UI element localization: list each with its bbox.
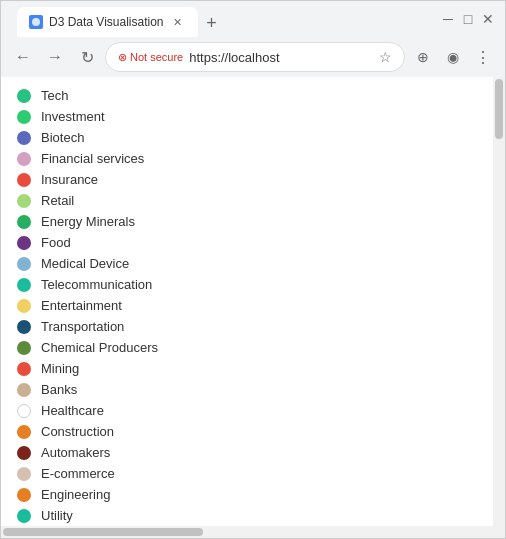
maximize-button[interactable]: □ bbox=[459, 10, 477, 28]
industry-color-dot bbox=[17, 383, 31, 397]
list-item: Engineering bbox=[1, 484, 493, 505]
security-warning: ⊗ Not secure bbox=[118, 51, 183, 64]
industry-color-dot bbox=[17, 509, 31, 523]
industry-color-dot bbox=[17, 320, 31, 334]
industry-color-dot bbox=[17, 257, 31, 271]
window-controls: ─ □ ✕ bbox=[439, 10, 497, 28]
industry-color-dot bbox=[17, 467, 31, 481]
list-item: Energy Minerals bbox=[1, 211, 493, 232]
list-item: Biotech bbox=[1, 127, 493, 148]
industry-color-dot bbox=[17, 425, 31, 439]
industry-color-dot bbox=[17, 131, 31, 145]
industry-color-dot bbox=[17, 194, 31, 208]
list-item: Chemical Producers bbox=[1, 337, 493, 358]
browser-actions: ⊕ ◉ ⋮ bbox=[409, 43, 497, 71]
industry-color-dot bbox=[17, 236, 31, 250]
extensions-icon[interactable]: ⊕ bbox=[409, 43, 437, 71]
tab-favicon bbox=[29, 15, 43, 29]
list-item: Healthcare bbox=[1, 400, 493, 421]
list-item: Retail bbox=[1, 190, 493, 211]
industry-color-dot bbox=[17, 173, 31, 187]
list-item: Automakers bbox=[1, 442, 493, 463]
industry-color-dot bbox=[17, 110, 31, 124]
industry-name: Engineering bbox=[41, 487, 110, 502]
list-item: Food bbox=[1, 232, 493, 253]
industry-name: E-commerce bbox=[41, 466, 115, 481]
reload-icon: ↻ bbox=[81, 48, 94, 67]
list-item: Insurance bbox=[1, 169, 493, 190]
menu-icon: ⋮ bbox=[475, 48, 491, 67]
industry-name: Energy Minerals bbox=[41, 214, 135, 229]
industry-name: Food bbox=[41, 235, 71, 250]
minimize-button[interactable]: ─ bbox=[439, 10, 457, 28]
warning-icon: ⊗ bbox=[118, 51, 127, 64]
menu-button[interactable]: ⋮ bbox=[469, 43, 497, 71]
list-item: Entertainment bbox=[1, 295, 493, 316]
list-item: Telecommunication bbox=[1, 274, 493, 295]
list-item: Financial services bbox=[1, 148, 493, 169]
industry-name: Mining bbox=[41, 361, 79, 376]
industry-name: Automakers bbox=[41, 445, 110, 460]
svg-point-0 bbox=[32, 18, 40, 26]
page-content: TechInvestmentBiotechFinancial servicesI… bbox=[1, 77, 505, 526]
content-area: TechInvestmentBiotechFinancial servicesI… bbox=[1, 77, 493, 526]
industry-name: Utility bbox=[41, 508, 73, 523]
back-icon: ← bbox=[15, 48, 31, 66]
industry-color-dot bbox=[17, 341, 31, 355]
horizontal-scrollbar[interactable] bbox=[1, 526, 505, 538]
industry-name: Chemical Producers bbox=[41, 340, 158, 355]
list-item: Banks bbox=[1, 379, 493, 400]
tab-close-button[interactable]: ✕ bbox=[170, 14, 186, 30]
industry-name: Retail bbox=[41, 193, 74, 208]
industry-name: Healthcare bbox=[41, 403, 104, 418]
tab-title: D3 Data Visualisation bbox=[49, 15, 164, 29]
industry-color-dot bbox=[17, 215, 31, 229]
list-item: Mining bbox=[1, 358, 493, 379]
list-item: Construction bbox=[1, 421, 493, 442]
industry-name: Entertainment bbox=[41, 298, 122, 313]
list-item: E-commerce bbox=[1, 463, 493, 484]
industry-name: Banks bbox=[41, 382, 77, 397]
tab-bar: D3 Data Visualisation ✕ + bbox=[9, 1, 234, 37]
industry-color-dot bbox=[17, 152, 31, 166]
industry-name: Tech bbox=[41, 88, 68, 103]
profiles-icon[interactable]: ◉ bbox=[439, 43, 467, 71]
h-scrollbar-thumb[interactable] bbox=[3, 528, 203, 536]
industry-color-dot bbox=[17, 299, 31, 313]
industry-color-dot bbox=[17, 404, 31, 418]
list-item: Investment bbox=[1, 106, 493, 127]
industry-name: Insurance bbox=[41, 172, 98, 187]
title-bar: D3 Data Visualisation ✕ + ─ □ ✕ bbox=[1, 1, 505, 37]
not-secure-label: Not secure bbox=[130, 51, 183, 63]
industry-name: Telecommunication bbox=[41, 277, 152, 292]
industry-color-dot bbox=[17, 488, 31, 502]
list-item: Medical Device bbox=[1, 253, 493, 274]
industry-name: Financial services bbox=[41, 151, 144, 166]
list-item: Utility bbox=[1, 505, 493, 526]
reload-button[interactable]: ↻ bbox=[73, 43, 101, 71]
industry-color-dot bbox=[17, 362, 31, 376]
active-tab[interactable]: D3 Data Visualisation ✕ bbox=[17, 7, 198, 37]
scrollbar-thumb[interactable] bbox=[495, 79, 503, 139]
industry-name: Transportation bbox=[41, 319, 124, 334]
industry-color-dot bbox=[17, 89, 31, 103]
industry-list: TechInvestmentBiotechFinancial servicesI… bbox=[1, 85, 493, 526]
vertical-scrollbar[interactable] bbox=[493, 77, 505, 526]
browser-window: D3 Data Visualisation ✕ + ─ □ ✕ ← → ↻ ⊗ … bbox=[0, 0, 506, 539]
industry-name: Medical Device bbox=[41, 256, 129, 271]
forward-icon: → bbox=[47, 48, 63, 66]
forward-button[interactable]: → bbox=[41, 43, 69, 71]
list-item: Transportation bbox=[1, 316, 493, 337]
back-button[interactable]: ← bbox=[9, 43, 37, 71]
industry-name: Construction bbox=[41, 424, 114, 439]
close-button[interactable]: ✕ bbox=[479, 10, 497, 28]
url-text: https://localhost bbox=[189, 50, 279, 65]
industry-name: Investment bbox=[41, 109, 105, 124]
industry-color-dot bbox=[17, 278, 31, 292]
industry-color-dot bbox=[17, 446, 31, 460]
address-bar[interactable]: ⊗ Not secure https://localhost ☆ bbox=[105, 42, 405, 72]
new-tab-button[interactable]: + bbox=[198, 9, 226, 37]
list-item: Tech bbox=[1, 85, 493, 106]
nav-bar: ← → ↻ ⊗ Not secure https://localhost ☆ ⊕… bbox=[1, 37, 505, 77]
industry-name: Biotech bbox=[41, 130, 84, 145]
